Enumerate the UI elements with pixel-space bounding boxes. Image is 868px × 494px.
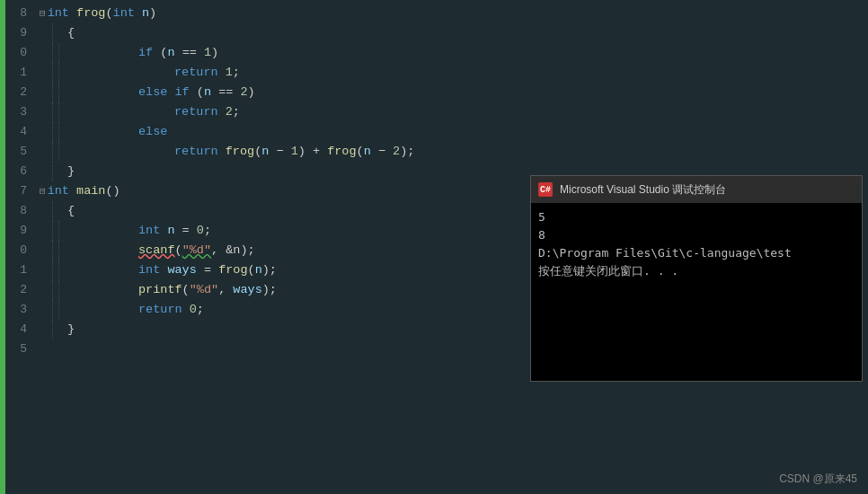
param-n: n <box>142 4 149 23</box>
keyword-else2: else <box>138 122 167 142</box>
func-scanf: scanf <box>138 241 175 260</box>
code-line: else if ( n == 2 ) <box>40 83 868 102</box>
keyword-return4: return <box>138 300 190 320</box>
str-fmt2: "%d" <box>190 280 218 300</box>
line-num: 4 <box>20 122 27 142</box>
line-num: 1 <box>20 63 27 83</box>
console-body: 5 8 D:\Program Files\Git\c-language\test… <box>531 203 862 286</box>
keyword-int4: int <box>138 221 167 241</box>
var-ways2: ways <box>233 280 261 300</box>
line-num: 0 <box>20 241 27 260</box>
num-1b: 1 <box>291 142 298 162</box>
var-n5: n <box>167 221 174 241</box>
close-brace2: } <box>67 320 75 340</box>
console-window: C# Microsoft Visual Studio 调试控制台 5 8 D:\… <box>530 175 863 382</box>
line-num: 4 <box>20 320 27 340</box>
paren-close2: ) <box>248 83 255 102</box>
keyword-if2: if <box>175 83 197 102</box>
line-num: 9 <box>20 23 27 43</box>
func-name-frog: frog <box>76 4 105 23</box>
line-num: 2 <box>20 280 27 300</box>
var-n4: n <box>364 142 371 162</box>
code-line: ⊟ int frog ( int n ) <box>40 4 868 23</box>
line-numbers: 8 9 0 1 2 3 4 5 6 7 8 9 0 1 2 3 4 5 <box>5 0 32 494</box>
num-0b: 0 <box>190 300 197 320</box>
var-n3: n <box>261 142 269 162</box>
keyword-int3: int <box>48 181 76 201</box>
op-minus: − <box>269 142 290 162</box>
attribution-text: CSDN @原来45 <box>779 472 857 487</box>
paren8: ( <box>175 241 182 260</box>
paren11: ); <box>262 260 277 280</box>
paren5: ( <box>357 142 364 162</box>
line-num: 2 <box>20 83 27 102</box>
op-eq2: == <box>211 83 240 102</box>
func-main: main <box>76 181 105 201</box>
collapse-icon[interactable]: ⊟ <box>40 4 46 23</box>
op-eq: == <box>175 43 204 63</box>
line-num: 6 <box>20 162 27 181</box>
line-num: 8 <box>20 201 27 221</box>
paren: ( <box>197 83 204 102</box>
keyword-int: int <box>48 4 76 23</box>
console-title: Microsoft Visual Studio 调试控制台 <box>560 182 726 198</box>
line-num: 7 <box>20 181 27 201</box>
console-output-4: 按任意键关闭此窗口. . . <box>538 262 855 280</box>
console-output-3: D:\Program Files\Git\c-language\test <box>538 244 855 262</box>
keyword-return: return <box>174 63 226 83</box>
console-icon-label: C# <box>540 185 551 195</box>
semi4: ; <box>197 300 204 320</box>
console-app-icon: C# <box>538 182 553 197</box>
var-n6: n <box>255 260 262 280</box>
semi: ; <box>233 63 240 83</box>
num-0: 0 <box>197 221 204 241</box>
line-num: 3 <box>20 102 27 122</box>
paren13: ); <box>262 280 277 300</box>
paren4: ) + <box>298 142 327 162</box>
collapse-icon2[interactable]: ⊟ <box>40 181 46 201</box>
code-line: return 2 ; <box>40 102 868 122</box>
keyword-return2: return <box>174 102 226 122</box>
brace2: { <box>67 201 75 221</box>
assign: = <box>175 221 197 241</box>
num-2c: 2 <box>393 142 400 162</box>
line-num: 5 <box>20 340 27 359</box>
console-output-1: 5 <box>538 208 855 226</box>
line-num: 0 <box>20 43 27 63</box>
code-line: else <box>40 122 868 142</box>
keyword-int2: int <box>113 4 142 23</box>
close-brace: } <box>67 162 75 181</box>
num-1: 1 <box>226 63 233 83</box>
code-line: { <box>40 23 868 43</box>
func-frog3: frog <box>327 142 356 162</box>
func-frog4: frog <box>218 260 247 280</box>
brace: { <box>67 23 75 43</box>
comma: , <box>211 241 226 260</box>
code-line: if ( n == 1 ) <box>40 43 868 63</box>
paren: ( <box>160 43 167 63</box>
code-line: return frog ( n − 1 ) + frog ( n − 2 ); <box>40 142 868 162</box>
paren3: ( <box>254 142 261 162</box>
var-ways: ways <box>167 260 196 280</box>
paren10: ( <box>248 260 255 280</box>
paren-close: ) <box>149 4 156 23</box>
code-line: return 1 ; <box>40 63 868 83</box>
keyword-else: else <box>138 83 175 102</box>
assign2: = <box>197 260 218 280</box>
console-titlebar: C# Microsoft Visual Studio 调试控制台 <box>531 176 862 203</box>
paren6: ); <box>400 142 414 162</box>
func-printf: printf <box>138 280 182 300</box>
paren7: () <box>105 181 120 201</box>
func-frog2: frog <box>226 142 254 162</box>
paren9: ); <box>240 241 254 260</box>
num-2: 2 <box>240 83 247 102</box>
num-1: 1 <box>204 43 211 63</box>
line-num: 8 <box>20 4 27 23</box>
paren-close: ) <box>211 43 218 63</box>
var-n2: n <box>204 83 211 102</box>
keyword-return3: return <box>174 142 226 162</box>
semi3: ; <box>204 221 211 241</box>
paren12: ( <box>182 280 190 300</box>
line-num: 5 <box>20 142 27 162</box>
str-fmt: "%d" <box>182 241 211 260</box>
